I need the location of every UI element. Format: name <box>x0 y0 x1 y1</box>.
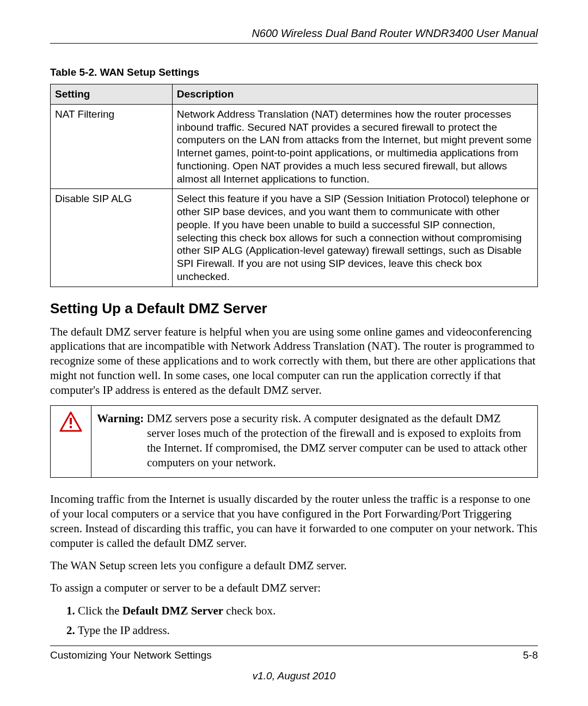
table-cell-description: Network Address Translation (NAT) determ… <box>172 104 537 189</box>
table-caption: Table 5-2. WAN Setup Settings <box>50 66 538 78</box>
page-header-title: N600 Wireless Dual Band Router WNDR3400 … <box>50 27 538 40</box>
warning-rest: server loses much of the protection of t… <box>97 426 532 470</box>
warning-icon <box>56 411 85 432</box>
dmz-paragraph-1: The default DMZ server feature is helpfu… <box>50 325 538 398</box>
dmz-paragraph-4: To assign a computer or server to be a d… <box>50 581 538 595</box>
wan-setup-settings-table: Setting Description NAT Filtering Networ… <box>50 84 538 287</box>
footer-rule <box>50 646 538 646</box>
step-number: 1. <box>66 604 75 617</box>
table-header-row: Setting Description <box>51 84 538 105</box>
footer-version: v1.0, August 2010 <box>50 670 538 682</box>
header-rule <box>50 43 538 44</box>
dmz-steps-list: 1. Click the Default DMZ Server check bo… <box>50 603 538 638</box>
warning-first-line: DMZ servers pose a security risk. A comp… <box>144 412 501 425</box>
step-text-after: check box. <box>223 604 275 617</box>
list-item: 1. Click the Default DMZ Server check bo… <box>63 603 538 618</box>
warning-text: Warning: DMZ servers pose a security ris… <box>97 411 532 470</box>
svg-rect-1 <box>70 418 72 424</box>
footer-page-number: 5-8 <box>523 649 538 661</box>
table-cell-description: Select this feature if you have a SIP (S… <box>172 189 537 287</box>
table-header-setting: Setting <box>51 84 173 105</box>
step-number: 2. <box>66 624 75 637</box>
section-heading-dmz: Setting Up a Default DMZ Server <box>50 300 538 317</box>
page-footer: Customizing Your Network Settings 5-8 v1… <box>50 646 538 682</box>
table-row: NAT Filtering Network Address Translatio… <box>51 104 538 189</box>
warning-label: Warning: <box>97 412 144 425</box>
list-item: 2. Type the IP address. <box>63 623 538 638</box>
step-text-bold: Default DMZ Server <box>122 604 223 617</box>
dmz-paragraph-3: The WAN Setup screen lets you configure … <box>50 558 538 573</box>
dmz-paragraph-2: Incoming traffic from the Internet is us… <box>50 492 538 551</box>
svg-rect-2 <box>70 426 72 428</box>
footer-left: Customizing Your Network Settings <box>50 649 212 661</box>
step-text-before: Type the IP address. <box>78 624 170 637</box>
table-header-description: Description <box>172 84 537 105</box>
table-cell-setting: NAT Filtering <box>51 104 173 189</box>
warning-box: Warning: DMZ servers pose a security ris… <box>50 405 538 478</box>
table-row: Disable SIP ALG Select this feature if y… <box>51 189 538 287</box>
table-cell-setting: Disable SIP ALG <box>51 189 173 287</box>
step-text-before: Click the <box>78 604 122 617</box>
